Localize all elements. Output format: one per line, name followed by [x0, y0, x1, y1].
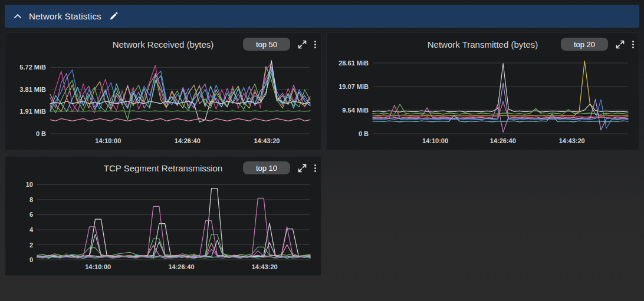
expand-icon[interactable] [616, 40, 625, 49]
x-tick-label: 14:43:20 [559, 137, 585, 144]
x-tick-label: 14:10:00 [85, 263, 111, 270]
top-n-input[interactable] [243, 38, 290, 51]
y-tick-label: 10 [26, 181, 33, 188]
y-tick-label: 0 [29, 256, 33, 263]
x-tick-label: 14:10:00 [422, 137, 448, 144]
panel-header: Network Transmitted (bytes) [331, 36, 634, 52]
series-line [373, 83, 628, 130]
panel-network-transmitted: Network Transmitted (bytes) 0 B9.54 MiB1… [326, 32, 639, 150]
network-received-chart[interactable]: 0 B1.91 MiB3.81 MiB5.72 MiB14:10:0014:26… [10, 52, 316, 147]
panel-header: TCP Segment Retransmission [10, 160, 316, 176]
top-n-input[interactable] [561, 38, 608, 51]
y-tick-label: 2 [29, 242, 33, 249]
x-tick-label: 14:43:20 [254, 137, 280, 144]
y-tick-label: 8 [29, 196, 33, 203]
y-tick-label: 28.61 MiB [339, 59, 369, 67]
network-transmitted-chart[interactable]: 0 B9.54 MiB19.07 MiB28.61 MiB14:10:0014:… [331, 52, 634, 147]
panel-tcp-retransmission: TCP Segment Retransmission 024681014:10:… [5, 156, 321, 276]
y-tick-label: 9.54 MiB [342, 107, 369, 114]
y-tick-label: 1.91 MiB [19, 108, 46, 115]
y-tick-label: 6 [29, 211, 33, 218]
series-line [50, 118, 310, 121]
edit-pencil-icon[interactable] [109, 12, 118, 21]
expand-icon[interactable] [298, 164, 307, 173]
x-tick-label: 14:26:40 [490, 137, 516, 144]
y-tick-label: 4 [29, 226, 34, 233]
x-tick-label: 14:26:40 [175, 137, 201, 144]
dashboard-grid: Network Received (bytes) 0 B1.91 MiB3.81… [5, 32, 639, 276]
series-line [37, 198, 310, 257]
x-tick-label: 14:26:40 [168, 263, 194, 270]
top-n-input[interactable] [243, 161, 290, 174]
expand-icon[interactable] [298, 40, 307, 49]
panel-network-received: Network Received (bytes) 0 B1.91 MiB3.81… [5, 32, 321, 150]
kebab-menu-icon[interactable] [314, 164, 316, 172]
panel-header: Network Received (bytes) [10, 36, 316, 52]
y-tick-label: 0 B [359, 130, 369, 137]
y-tick-label: 0 B [36, 130, 46, 137]
x-tick-label: 14:43:20 [252, 263, 278, 270]
dashboard-page: Network Statistics Network Received (byt… [0, 0, 644, 280]
series-line [373, 64, 628, 112]
kebab-menu-icon[interactable] [632, 41, 634, 48]
y-tick-label: 5.72 MiB [19, 64, 46, 71]
row-header-network-statistics[interactable]: Network Statistics [5, 5, 639, 28]
y-tick-label: 19.07 MiB [339, 83, 369, 90]
chevron-up-icon[interactable] [14, 14, 21, 19]
tcp-retransmission-chart[interactable]: 024681014:10:0014:26:4014:43:20 [10, 176, 316, 273]
kebab-menu-icon[interactable] [314, 41, 316, 48]
series-line [37, 188, 310, 257]
row-title: Network Statistics [29, 11, 101, 21]
y-tick-label: 3.81 MiB [19, 86, 46, 93]
x-tick-label: 14:10:00 [95, 137, 121, 144]
